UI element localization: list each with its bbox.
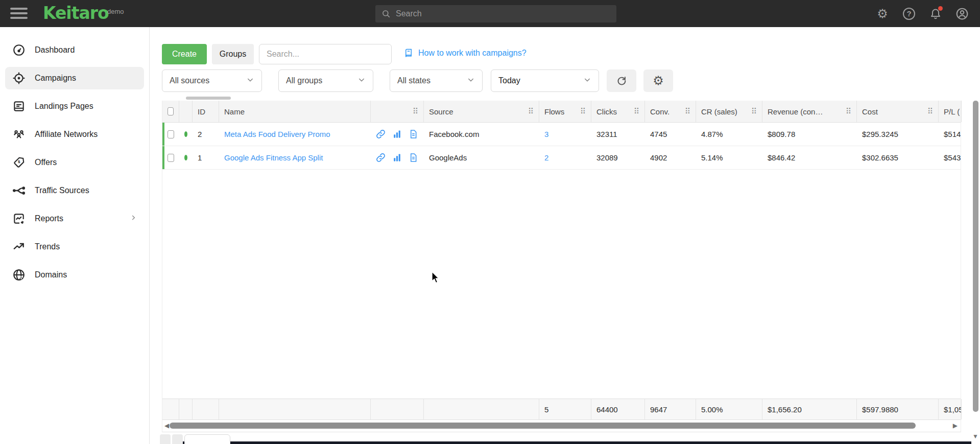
row-id: 1 <box>193 146 219 169</box>
column-header-cost[interactable]: Cost⠿ <box>857 101 939 122</box>
table-row[interactable]: 2 Meta Ads Food Delivery Promo ••• Faceb… <box>162 123 961 146</box>
row-flows-link[interactable]: 2 <box>544 153 548 162</box>
column-header-flows[interactable]: Flows⠿ <box>539 101 591 122</box>
scroll-down-arrow-icon[interactable]: ▼ <box>972 433 978 440</box>
pagination-button[interactable] <box>160 434 171 444</box>
table-empty-area <box>162 170 961 399</box>
campaign-stats-icon[interactable] <box>392 129 402 139</box>
campaign-link-icon[interactable] <box>376 153 386 162</box>
sidebar-item-landings-pages[interactable]: Landings Pages <box>5 95 144 118</box>
pagination-button[interactable] <box>172 434 183 444</box>
row-source: GoogleAds <box>424 146 539 169</box>
chevron-down-icon <box>467 76 475 86</box>
row-cr: 5.14% <box>696 146 762 169</box>
chevron-down-icon <box>357 76 366 86</box>
search-icon <box>381 9 391 18</box>
campaign-name-link[interactable]: Meta Ads Food Delivery Promo <box>224 130 330 138</box>
column-header-cr-sales[interactable]: CR (sales)⠿ <box>696 101 762 122</box>
column-header-conv[interactable]: Conv.⠿ <box>645 101 696 122</box>
campaign-link-icon[interactable] <box>376 129 386 139</box>
column-drag-handle-icon[interactable]: ⠿ <box>846 107 851 116</box>
groups-filter-value: All groups <box>286 76 322 85</box>
table-horizontal-scrollbar[interactable]: ◀ ▶ <box>162 420 961 431</box>
column-header-clicks[interactable]: Clicks⠿ <box>591 101 645 122</box>
campaign-stats-icon[interactable] <box>392 153 402 162</box>
row-flows-link[interactable]: 3 <box>544 130 548 138</box>
column-drag-handle-icon[interactable]: ⠿ <box>751 107 757 116</box>
sources-filter-dropdown[interactable]: All sources <box>162 69 262 92</box>
sidebar-item-label: Domains <box>35 270 67 279</box>
vertical-scrollbar-thumb[interactable] <box>973 101 978 412</box>
scroll-left-arrow-icon[interactable]: ◀ <box>164 422 169 429</box>
account-icon[interactable] <box>955 7 969 20</box>
groups-filter-dropdown[interactable]: All groups <box>278 69 373 92</box>
column-drag-handle-icon[interactable]: ⠿ <box>413 107 418 116</box>
groups-button[interactable]: Groups <box>212 44 254 64</box>
column-header-id[interactable]: ID <box>193 101 219 122</box>
domains-icon <box>12 268 26 282</box>
main-content: Create Groups How to work with campaigns… <box>150 27 980 444</box>
menu-icon[interactable] <box>10 8 28 19</box>
sidebar-item-label: Campaigns <box>35 74 76 83</box>
column-drag-handle-icon[interactable]: ⠿ <box>685 107 690 116</box>
campaign-notes-icon[interactable] <box>409 153 418 162</box>
total-pl: $1,05 <box>939 399 962 419</box>
global-search-input[interactable] <box>396 9 610 18</box>
row-active-indicator <box>162 123 164 146</box>
table-top-scrollbar-thumb[interactable] <box>186 97 231 100</box>
row-cost: $295.3245 <box>857 123 939 146</box>
column-header-name[interactable]: Name <box>219 101 371 122</box>
sidebar-item-affiliate-networks[interactable]: Affiliate Networks <box>5 123 144 146</box>
campaigns-table: ID Name ⠿ Source⠿ Flows⠿ Clicks⠿ Conv.⠿ … <box>162 101 961 432</box>
sidebar-item-label: Traffic Sources <box>35 186 89 195</box>
sidebar-item-label: Landings Pages <box>35 102 93 111</box>
column-header-source[interactable]: Source⠿ <box>424 101 539 122</box>
row-revenue: $809.78 <box>762 123 857 146</box>
refresh-button[interactable] <box>607 69 636 92</box>
column-drag-handle-icon[interactable]: ⠿ <box>580 107 586 116</box>
row-conv: 4902 <box>645 146 696 169</box>
sidebar-item-trends[interactable]: Trends <box>5 236 144 258</box>
states-filter-dropdown[interactable]: All states <box>390 69 483 92</box>
select-all-checkbox[interactable] <box>168 107 174 115</box>
status-active-dot <box>184 131 187 137</box>
topbar: Keitaro demo ⚙ ? <box>0 0 980 27</box>
row-source: Facebook.com <box>424 123 539 146</box>
help-campaigns-link[interactable]: How to work with campaigns? <box>418 49 527 58</box>
sidebar-item-offers[interactable]: $ Offers <box>5 151 144 174</box>
sources-filter-value: All sources <box>170 76 209 85</box>
sidebar-item-reports[interactable]: Reports <box>5 207 144 230</box>
campaigns-search-input[interactable] <box>259 44 392 64</box>
row-checkbox[interactable] <box>168 130 174 138</box>
notifications-bell-icon[interactable] <box>929 7 942 20</box>
campaign-notes-icon[interactable] <box>409 129 418 139</box>
page-vertical-scrollbar[interactable]: ▼ <box>971 27 980 444</box>
sidebar-item-label: Affiliate Networks <box>35 130 98 139</box>
scroll-right-arrow-icon[interactable]: ▶ <box>953 422 958 429</box>
horizontal-scrollbar-thumb[interactable] <box>170 423 916 429</box>
sidebar-item-domains[interactable]: Domains <box>5 264 144 286</box>
settings-gear-icon[interactable]: ⚙ <box>876 7 889 20</box>
column-header-pl[interactable]: P/L ( <box>939 101 962 122</box>
help-icon[interactable]: ? <box>902 7 916 20</box>
sidebar-item-campaigns[interactable]: Campaigns <box>5 67 144 89</box>
column-drag-handle-icon[interactable]: ⠿ <box>528 107 534 116</box>
notification-badge <box>938 6 943 11</box>
date-range-dropdown[interactable]: Today <box>491 69 599 92</box>
campaign-name-link[interactable]: Google Ads Fitness App Split <box>224 153 323 162</box>
page-size-select[interactable] <box>184 434 230 444</box>
svg-text:$: $ <box>18 159 20 164</box>
column-drag-handle-icon[interactable]: ⠿ <box>634 107 639 116</box>
sidebar-item-label: Trends <box>35 242 60 251</box>
column-drag-handle-icon[interactable]: ⠿ <box>927 107 933 116</box>
table-settings-button[interactable]: ⚙ <box>643 69 673 92</box>
total-cost: $597.9880 <box>857 399 939 419</box>
sidebar-item-traffic-sources[interactable]: Traffic Sources <box>5 179 144 202</box>
column-header-revenue[interactable]: Revenue (con…⠿ <box>762 101 857 122</box>
global-search[interactable] <box>375 5 616 22</box>
create-button[interactable]: Create <box>162 44 207 64</box>
sidebar-item-dashboard[interactable]: Dashboard <box>5 39 144 61</box>
row-checkbox[interactable] <box>168 154 174 162</box>
status-column-header <box>179 101 193 122</box>
table-row[interactable]: 1 Google Ads Fitness App Split ••• Googl… <box>162 146 961 170</box>
